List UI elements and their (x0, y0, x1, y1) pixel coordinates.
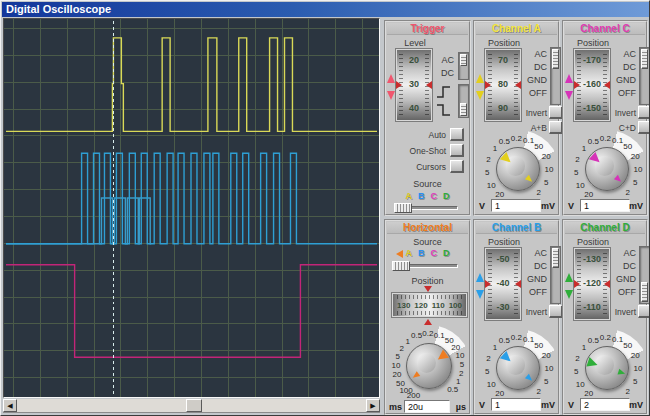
unit-volts: V (568, 400, 574, 410)
wheel-ticks (397, 311, 462, 315)
coupling-switch[interactable] (639, 246, 650, 304)
knob-scale-label: 20 (495, 190, 504, 199)
source-d[interactable]: D (443, 191, 450, 201)
knob-scale-label: 20 (495, 389, 504, 398)
unit-volts: V (479, 201, 485, 211)
arrow-down-icon (565, 290, 573, 299)
knob-scale-label: 0.2 (600, 333, 611, 342)
scale-value-field[interactable]: 1 (580, 199, 630, 212)
coupling-switch[interactable] (639, 47, 650, 105)
source-a[interactable]: A (406, 191, 413, 201)
wheel-value: -170 (574, 55, 610, 65)
horizontal-position-thumbwheel[interactable]: 130 120 110 100 (391, 292, 468, 318)
dc-label: DC (521, 62, 547, 72)
scale-value-field[interactable]: 2 (580, 398, 630, 411)
wheel-marker-right-icon (426, 81, 432, 89)
knob-face[interactable] (496, 147, 540, 191)
invert-button[interactable] (549, 106, 563, 119)
source-c[interactable]: C (431, 191, 438, 201)
panel-horizontal: Horizontal Source A B C D Position 130 1… (384, 219, 471, 415)
wheel-value: 110 (432, 301, 445, 310)
scale-knob[interactable]: 12510200.50.20.150201052 (475, 333, 561, 405)
coupling-switch[interactable] (550, 47, 561, 105)
scroll-left-button[interactable]: ◀ (3, 399, 17, 412)
scale-knob[interactable]: 12510200.50.20.150201052 (564, 134, 650, 206)
source-d[interactable]: D (443, 248, 450, 258)
wheel-value: 100 (449, 301, 462, 310)
source-c[interactable]: C (431, 248, 438, 258)
panel-title-channel-a: Channel A (476, 23, 557, 35)
off-label: OFF (610, 88, 636, 98)
cursors-label: Cursors (388, 162, 446, 172)
knob-scale-label: 5 (574, 367, 578, 376)
slider-handle[interactable] (392, 261, 410, 271)
scale-knob[interactable]: 12510200.50.20.150201052 (475, 134, 561, 206)
source-b[interactable]: B (418, 191, 425, 201)
knob-scale-label: 0.5 (411, 331, 422, 340)
arrow-up-icon (476, 74, 484, 83)
horizontal-source-options[interactable]: A B C D (386, 248, 469, 258)
arrow-up-icon (565, 273, 573, 282)
invert-button[interactable] (549, 305, 563, 318)
knob-scale-label: 50 (623, 141, 632, 150)
trigger-source-options[interactable]: A B C D (386, 191, 469, 201)
knob-scale-label: 5 (544, 376, 548, 385)
knob-scale-label: 1 (582, 343, 586, 352)
cursors-button[interactable] (450, 160, 464, 173)
one-shot-label: One-Shot (388, 146, 446, 156)
trigger-source-slider[interactable] (394, 203, 458, 213)
invert-button[interactable] (638, 106, 650, 119)
knob-face[interactable] (496, 346, 540, 390)
trigger-edge-switch[interactable] (458, 84, 469, 118)
horizontal-scrollbar[interactable]: ◀ ▶ (3, 399, 380, 413)
knob-scale-label: 10 (576, 180, 585, 189)
unit-millivolts: mV (629, 201, 643, 211)
knob-scale-label: 50 (623, 340, 632, 349)
title-bar[interactable]: Digital Oscilloscope (2, 2, 650, 17)
sum-button[interactable] (638, 121, 650, 134)
knob-face[interactable] (585, 346, 629, 390)
scroll-right-button[interactable]: ▶ (366, 399, 380, 412)
knob-scale-label: 1 (493, 343, 497, 352)
arrow-down-icon (565, 91, 573, 100)
knob-scale-label: 0.1 (612, 135, 623, 144)
source-a[interactable]: A (406, 248, 413, 258)
auto-button[interactable] (450, 128, 464, 141)
wheel-value: 130 (397, 301, 410, 310)
knob-scale-label: 2 (575, 155, 579, 164)
invert-button[interactable] (638, 305, 650, 318)
knob-scale-label: 10 (487, 180, 496, 189)
one-shot-button[interactable] (450, 144, 464, 157)
sum-button[interactable] (549, 121, 563, 134)
trigger-coupling-switch[interactable] (458, 52, 469, 80)
gnd-label: GND (521, 274, 547, 284)
position-label: Position (475, 237, 533, 247)
knob-face[interactable] (585, 147, 629, 191)
timebase-value-field[interactable]: 20u (404, 400, 450, 413)
invert-label: Invert (566, 108, 636, 118)
scale-knob[interactable]: 12510200.50.20.150201052 (564, 333, 650, 405)
off-label: OFF (610, 287, 636, 297)
knob-scale-label: 1 (582, 144, 586, 153)
dc-label: DC (610, 261, 636, 271)
horizontal-source-slider[interactable] (392, 261, 458, 271)
wheel-value: 40 (396, 103, 432, 113)
switch-handle (641, 49, 648, 69)
knob-scale-label: 2 (486, 155, 490, 164)
source-b[interactable]: B (418, 248, 425, 258)
panel-channel-b: Channel B Position -50 -40 -30 AC DC GND… (473, 219, 560, 415)
slider-handle[interactable] (394, 203, 412, 213)
scale-value-field[interactable]: 1 (491, 398, 541, 411)
coupling-switch[interactable] (550, 246, 561, 304)
knob-face[interactable] (406, 343, 452, 389)
switch-handle (460, 54, 467, 66)
scroll-right-icon: ▶ (370, 402, 375, 409)
timebase-knob[interactable]: 1251020501002000.50.20.15020105210.5 (386, 327, 472, 405)
wheel-marker-left-icon (574, 81, 580, 89)
knob-scale-label: 0.5 (447, 384, 458, 393)
ac-label: AC (610, 49, 636, 59)
scrollbar-thumb[interactable] (186, 399, 202, 412)
panel-title-channel-b: Channel B (476, 222, 557, 234)
control-panels: Trigger Level 20 30 40 AC DC Auto One-Sh… (382, 18, 650, 416)
scale-value-field[interactable]: 1 (491, 199, 541, 212)
